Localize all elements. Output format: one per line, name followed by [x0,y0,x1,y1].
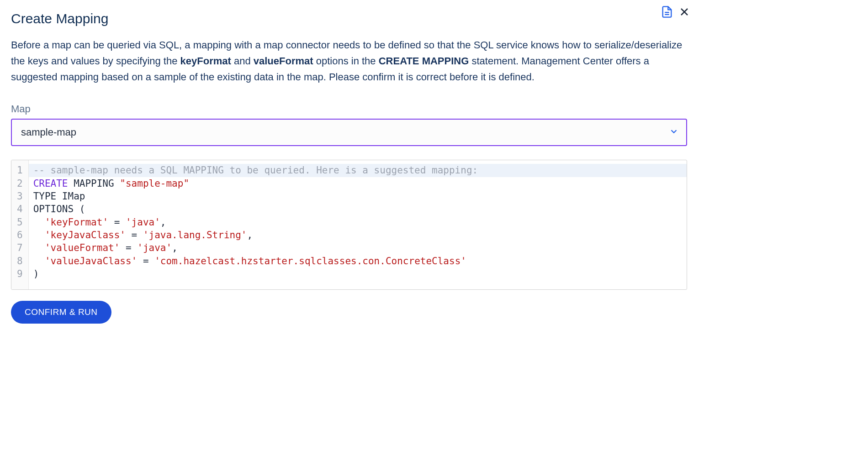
code-token: 'valueFormat' [45,242,120,253]
code-token: 'java.lang.String' [143,230,247,241]
line-number: 6 [15,229,25,241]
code-token: , [160,217,166,228]
code-token: , [247,230,253,241]
editor-body[interactable]: -- sample-map needs a SQL MAPPING to be … [29,160,687,289]
line-number: 2 [15,177,25,190]
code-token: , [172,242,178,253]
code-token: "sample-map" [120,178,189,189]
code-token: = [126,230,143,241]
close-icon[interactable] [679,6,690,17]
code-line[interactable]: 'valueJavaClass' = 'com.hazelcast.hzstar… [29,255,687,267]
line-number: 7 [15,241,25,254]
dialog-header: Create Mapping [11,11,687,26]
code-token [33,256,45,267]
code-token: MAPPING [68,178,120,189]
header-actions [661,5,690,18]
code-line[interactable]: OPTIONS ( [29,203,687,215]
line-number: 4 [15,203,25,215]
code-line[interactable]: -- sample-map needs a SQL MAPPING to be … [29,164,687,177]
line-number: 1 [15,164,25,177]
code-line[interactable]: CREATE MAPPING "sample-map" [29,177,687,190]
code-token: OPTIONS ( [33,204,85,215]
editor-gutter: 123456789 [11,160,29,289]
description-bold: keyFormat [180,55,231,67]
code-token [33,230,45,241]
code-token: CREATE [33,178,68,189]
code-line[interactable]: ) [29,267,687,280]
description-text: options in the [313,55,379,67]
code-token: TYPE IMap [33,191,85,202]
confirm-run-button[interactable]: CONFIRM & RUN [11,301,111,324]
code-token: 'java' [126,217,160,228]
code-line[interactable]: 'valueFormat' = 'java', [29,241,687,254]
description-text: and [231,55,254,67]
line-number: 3 [15,190,25,203]
code-token: 'com.hazelcast.hzstarter.sqlclasses.con.… [154,256,466,267]
code-token: -- sample-map needs a SQL MAPPING to be … [33,165,478,176]
page-title: Create Mapping [11,11,108,26]
code-token: 'java' [137,242,172,253]
line-number: 9 [15,267,25,280]
document-icon[interactable] [661,5,673,18]
code-token [33,242,45,253]
line-number: 8 [15,255,25,267]
code-token: = [120,242,137,253]
sql-editor[interactable]: 123456789 -- sample-map needs a SQL MAPP… [11,160,687,290]
code-token: 'valueJavaClass' [45,256,137,267]
code-token: 'keyFormat' [45,217,108,228]
description-bold: CREATE MAPPING [379,55,469,67]
dialog-description: Before a map can be queried via SQL, a m… [11,37,687,85]
map-select-value: sample-map [21,126,76,138]
map-select-wrapper: sample-map [11,119,687,146]
description-bold: valueFormat [254,55,313,67]
line-number: 5 [15,216,25,229]
map-field-label: Map [11,103,687,115]
map-select[interactable]: sample-map [11,119,687,146]
code-token: = [108,217,126,228]
code-token: 'keyJavaClass' [45,230,126,241]
code-line[interactable]: TYPE IMap [29,190,687,203]
code-token [33,217,45,228]
code-line[interactable]: 'keyJavaClass' = 'java.lang.String', [29,229,687,241]
code-line[interactable]: 'keyFormat' = 'java', [29,216,687,229]
code-token: ) [33,268,39,279]
code-token: = [137,256,154,267]
